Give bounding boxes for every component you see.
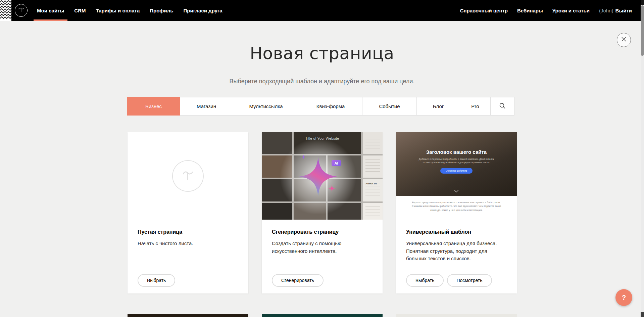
new-page-dialog: Мои сайты CRM Тарифы и оплата Профиль Пр… (0, 0, 644, 317)
nav-label: Мои сайты (37, 8, 64, 13)
tab-event[interactable]: Событие (362, 97, 417, 116)
nav-invite-friend[interactable]: Пригласи друга (183, 0, 222, 21)
collage-site-title: Title of Your Website (262, 136, 383, 140)
select-blank-button[interactable]: Выбрать (138, 274, 175, 287)
card-description: Начать с чистого листа. (138, 240, 238, 247)
next-template-card-preview[interactable] (396, 314, 517, 317)
close-dialog-button[interactable] (617, 33, 631, 47)
top-navbar: Мои сайты CRM Тарифы и оплата Профиль Пр… (0, 0, 644, 21)
tilda-watermark-icon (181, 168, 195, 184)
search-tab[interactable] (490, 97, 514, 116)
card-body: Универсальный шаблон Универсальная стран… (396, 220, 517, 263)
scroll-up-arrow[interactable] (641, 0, 644, 5)
nav-lessons[interactable]: Уроки и статьи (552, 0, 590, 21)
nav-label: Пригласи друга (183, 8, 222, 13)
nav-help-center[interactable]: Справочный центр (460, 0, 508, 21)
next-template-card-preview[interactable] (128, 314, 248, 317)
card-description: Универсальная страница для бизнеса. Поня… (406, 240, 507, 263)
nav-label: Вебинары (517, 8, 543, 13)
card-title: Пустая страница (138, 229, 238, 235)
secondary-nav: Справочный центр Вебинары Уроки и статьи… (460, 0, 632, 21)
next-template-row (128, 314, 517, 317)
template-hero-title: Заголовок вашего сайта (426, 149, 487, 155)
tab-multilink[interactable]: Мультиссылка (233, 97, 299, 116)
chevron-down-icon (454, 188, 459, 194)
nav-label: Справочный центр (460, 8, 508, 13)
card-actions: Выбрать Посмотреть (406, 274, 492, 287)
template-hero-button: Основное действие (440, 168, 473, 174)
tiny-sparkle-icon (301, 154, 306, 159)
vertical-scrollbar[interactable] (641, 0, 644, 317)
next-template-card-preview[interactable] (262, 314, 383, 317)
card-actions: Сгенерировать (272, 274, 324, 287)
nav-label: Уроки и статьи (552, 8, 590, 13)
tab-blog[interactable]: Блог (416, 97, 460, 116)
tilda-logo-icon (17, 6, 25, 15)
nav-label: Профиль (150, 8, 173, 13)
page-subtitle: Выберите подходящий шаблон и адаптируйте… (0, 78, 644, 85)
card-ai-generate[interactable]: About us Title of Your Website (262, 132, 383, 293)
card-blank-page[interactable]: Пустая страница Начать с чистого листа. … (128, 132, 248, 293)
card-title: Сгенерировать страницу (272, 229, 373, 235)
help-button[interactable]: ? (615, 289, 632, 306)
ai-badge: AI (332, 160, 341, 166)
tab-store[interactable]: Магазин (180, 97, 233, 116)
main-nav: Мои сайты CRM Тарифы и оплата Профиль Пр… (37, 0, 222, 21)
tilda-logo[interactable] (15, 4, 28, 17)
template-preview: Заголовок вашего сайта Добавьте интересн… (396, 132, 517, 220)
zigzag-pattern-decoration (0, 0, 11, 21)
nav-my-sites[interactable]: Мои сайты (37, 0, 64, 21)
scroll-down-arrow[interactable] (641, 312, 644, 317)
tab-pro[interactable]: Pro (460, 97, 491, 116)
nav-crm[interactable]: CRM (74, 0, 86, 21)
template-category-tabs: Бизнес Магазин Мультиссылка Квиз-форма С… (128, 97, 517, 116)
nav-tariffs[interactable]: Тарифы и оплата (96, 0, 140, 21)
logout-link[interactable]: (John) Выйти (599, 0, 632, 21)
select-template-button[interactable]: Выбрать (406, 274, 444, 287)
nav-label: Тарифы и оплата (96, 8, 140, 13)
tilda-watermark-circle (172, 160, 204, 192)
close-icon (621, 37, 627, 43)
user-name: (John) (599, 8, 613, 13)
template-hero-subtitle: Добавьте интересные подробности о вашей … (417, 157, 496, 164)
nav-webinars[interactable]: Вебинары (517, 0, 543, 21)
collage-panel-label: About us (365, 182, 377, 185)
small-sparkle-icon (328, 185, 336, 192)
logout-label: Выйти (615, 8, 632, 13)
template-body-text: Коротко представьтесь и расскажите о ком… (396, 196, 517, 220)
preview-template-button[interactable]: Посмотреть (447, 274, 492, 287)
blank-page-preview (128, 132, 248, 220)
card-title: Универсальный шаблон (406, 229, 507, 235)
card-description: Создать страницу с помощью искусственног… (272, 240, 373, 255)
search-icon (499, 102, 506, 110)
tab-business[interactable]: Бизнес (127, 97, 180, 116)
ai-preview: About us Title of Your Website (262, 132, 383, 220)
page-title: Новая страница (0, 44, 644, 63)
scrollbar-thumb[interactable] (641, 5, 644, 56)
card-actions: Выбрать (138, 274, 175, 287)
nav-profile[interactable]: Профиль (150, 0, 173, 21)
template-grid: Пустая страница Начать с чистого листа. … (128, 132, 517, 293)
card-body: Сгенерировать страницу Создать страницу … (262, 220, 383, 255)
card-body: Пустая страница Начать с чистого листа. (128, 220, 248, 247)
tab-quiz-form[interactable]: Квиз-форма (299, 97, 362, 116)
card-universal-template[interactable]: Заголовок вашего сайта Добавьте интересн… (396, 132, 517, 293)
nav-label: CRM (74, 8, 86, 13)
template-hero-thumbnail: Заголовок вашего сайта Добавьте интересн… (396, 132, 517, 196)
generate-button[interactable]: Сгенерировать (272, 274, 324, 287)
